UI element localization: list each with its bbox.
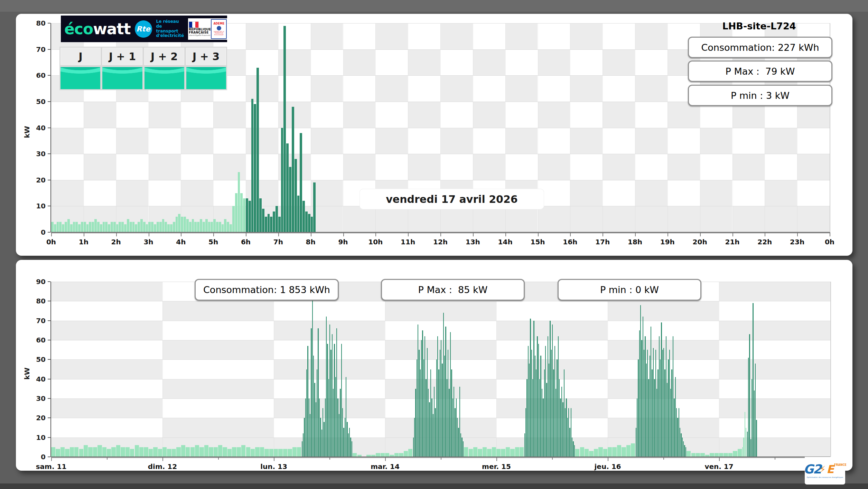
consumption-bar (540, 356, 541, 457)
tab-day-j[interactable]: J (60, 48, 101, 65)
rte-tagline: Le réseau de transport d'électricité (156, 19, 184, 38)
grid-cell (668, 206, 700, 232)
consumption-bar (173, 222, 175, 232)
republique-text: RÉPUBLIQUE FRANÇAISE Liberté Égalité Fra… (189, 28, 211, 36)
consumption-bar (211, 222, 213, 232)
x-axis-tick-label: mar. 14 (371, 462, 400, 471)
consumption-bar (552, 325, 553, 457)
grid-cell (440, 128, 473, 154)
tab-day-j3[interactable]: J + 3 (186, 48, 226, 65)
consumption-bar (661, 322, 662, 457)
consumption-bar (404, 451, 408, 457)
consumption-bar (213, 219, 216, 232)
consumption-bar (575, 449, 579, 457)
consumption-bar (677, 418, 678, 457)
consumption-bar (438, 369, 439, 457)
grid-cell (375, 75, 408, 102)
consumption-bar (158, 449, 162, 457)
consumption-bar (73, 222, 75, 232)
tab-day-j1[interactable]: J + 1 (102, 48, 142, 65)
consumption-bar (539, 379, 540, 457)
consumption-bar (749, 334, 750, 457)
consumption-bar (167, 449, 171, 457)
consumption-bar (116, 224, 119, 232)
consumption-bar (657, 369, 658, 457)
y-axis-unit-label: kW (23, 367, 31, 379)
consumption-bar (666, 336, 666, 457)
x-axis-tick (375, 232, 376, 236)
x-axis-tick-label: 14h (498, 238, 513, 246)
g2e-logo-g2: G2 (803, 463, 821, 476)
x-axis-tick-label: 22h (757, 238, 772, 246)
grid-cell (149, 154, 181, 180)
consumption-bar (645, 336, 645, 457)
x-axis-tick-label: 11h (401, 238, 415, 246)
consumption-bar (232, 206, 235, 232)
consumption-bar (746, 428, 746, 457)
y-axis-tick-label: 40 (36, 375, 46, 383)
grid-cell (505, 128, 538, 154)
x-axis-tick-label: mer. 15 (482, 462, 511, 471)
ecowatt-consumption-dashboard: kW 010203040506070800h1h2h3h4h5h6h7h8h9h… (0, 0, 868, 489)
consumption-bar (684, 445, 685, 457)
plot-right-edge (830, 282, 831, 457)
consumption-bar (203, 222, 205, 232)
consumption-bar (184, 217, 186, 232)
consumption-bar (317, 369, 317, 457)
consumption-bar (269, 449, 273, 457)
consumption-bar (342, 408, 343, 457)
consumption-bar (656, 389, 657, 457)
x-axis-tick (162, 457, 163, 461)
consumption-bar (636, 428, 636, 457)
g2e-logo: G2 ⚡ E FRANCE Optimisation des ressource… (805, 457, 845, 485)
grid-cell (505, 75, 538, 102)
consumption-bar (569, 428, 570, 457)
consumption-bar (305, 211, 308, 233)
consumption-bar (276, 206, 278, 232)
grid-cell (570, 206, 603, 232)
consumption-bar (457, 418, 458, 457)
consumption-bar (598, 447, 603, 457)
consumption-bar (227, 222, 229, 232)
consumption-bar (268, 214, 270, 232)
consumption-bar (130, 222, 132, 232)
weekly-chart-plot: kW 0102030405060708090sam. 11dim. 12lun.… (51, 282, 830, 457)
consumption-bar (328, 379, 329, 457)
consumption-bar (111, 222, 113, 232)
consumption-bar (295, 159, 297, 232)
horizontal-gridline (51, 301, 830, 301)
ecowatt-signal-green-j2[interactable] (144, 67, 184, 89)
consumption-bar (314, 383, 315, 457)
consumption-bar (270, 217, 272, 232)
y-axis-tick-label: 60 (36, 336, 46, 344)
ecowatt-signal-green-j[interactable] (60, 67, 100, 89)
consumption-bar (525, 408, 526, 457)
consumption-bar (321, 430, 322, 457)
tab-day-j2[interactable]: J + 2 (144, 48, 184, 65)
consumption-bar (668, 359, 669, 457)
grid-cell (473, 154, 505, 180)
grid-cell (375, 23, 408, 49)
y-axis-line (50, 282, 51, 457)
x-axis-tick-label: 9h (338, 238, 348, 246)
consumption-bar (107, 449, 111, 457)
consumption-bar (531, 350, 532, 457)
consumption-bar (313, 182, 316, 232)
consumption-bar (170, 224, 172, 232)
grid-cell (603, 102, 635, 128)
consumption-bar (742, 447, 743, 457)
consumption-bar (346, 377, 346, 457)
ecowatt-signal-green-j1[interactable] (102, 67, 142, 89)
consumption-bar (644, 350, 644, 457)
ecowatt-logo: écowatt (64, 21, 131, 37)
consumption-bar (283, 449, 287, 457)
consumption-bar (437, 336, 438, 457)
consumption-bar (451, 369, 452, 457)
consumption-bar (334, 344, 335, 457)
grid-cell (246, 23, 278, 49)
y-axis-tick (48, 23, 50, 23)
ecowatt-signal-green-j3[interactable] (186, 67, 226, 89)
grid-cell (608, 301, 719, 320)
grid-cell (343, 154, 376, 180)
consumption-bar (311, 217, 313, 232)
